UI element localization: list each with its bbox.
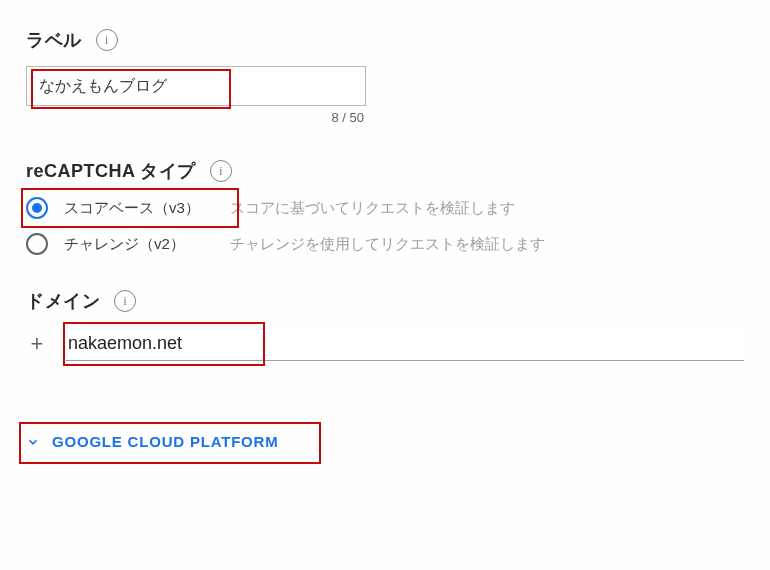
radio-description: スコアに基づいてリクエストを検証します [230,199,515,218]
domain-title: ドメイン [26,289,100,313]
char-count: 8 / 50 [26,110,366,125]
label-input-wrap [26,66,366,106]
type-header-row: reCAPTCHA タイプ i [26,159,744,183]
info-icon[interactable]: i [114,290,136,312]
recaptcha-type-section: reCAPTCHA タイプ i スコアベース（v3） スコアに基づいてリクエスト… [26,159,744,255]
domain-section: ドメイン i + [26,289,744,361]
domain-header-row: ドメイン i [26,289,744,313]
label-header-row: ラベル i [26,28,744,52]
gcp-collapsible[interactable]: GOOGLE CLOUD PLATFORM [26,433,279,450]
domain-input[interactable] [66,327,744,361]
gcp-label: GOOGLE CLOUD PLATFORM [52,433,279,450]
radio-label: スコアベース（v3） [64,199,214,218]
radio-dot-icon [32,203,42,213]
radio-label: チャレンジ（v2） [64,235,214,254]
label-section: ラベル i 8 / 50 [26,28,744,125]
radio-button[interactable] [26,197,48,219]
radio-option-v3[interactable]: スコアベース（v3） スコアに基づいてリクエストを検証します [26,197,744,219]
type-title: reCAPTCHA タイプ [26,159,196,183]
radio-option-v2[interactable]: チャレンジ（v2） チャレンジを使用してリクエストを検証します [26,233,744,255]
info-icon[interactable]: i [96,29,118,51]
info-icon[interactable]: i [210,160,232,182]
chevron-down-icon [26,435,40,449]
radio-description: チャレンジを使用してリクエストを検証します [230,235,545,254]
label-input[interactable] [26,66,366,106]
plus-icon[interactable]: + [26,331,48,357]
label-title: ラベル [26,28,82,52]
domain-input-row: + [26,327,744,361]
radio-button[interactable] [26,233,48,255]
